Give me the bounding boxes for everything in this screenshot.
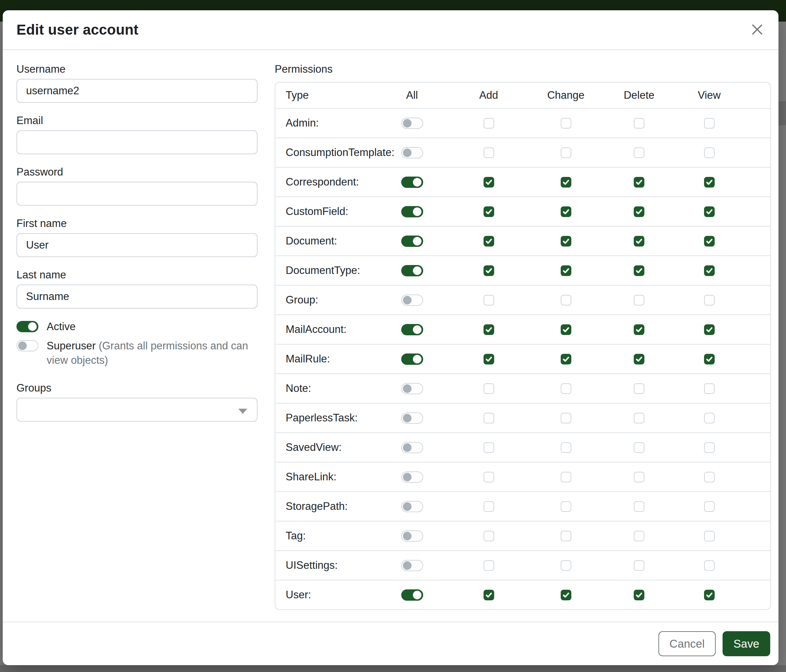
customfield-change-checkbox[interactable] — [561, 206, 571, 217]
consumptiontemplate-all-toggle[interactable] — [401, 147, 423, 159]
group-add-checkbox[interactable] — [484, 295, 494, 306]
mailrule-delete-checkbox[interactable] — [634, 354, 645, 364]
password-input[interactable] — [16, 182, 258, 206]
mailrule-all-toggle[interactable] — [401, 353, 423, 365]
note-view-checkbox[interactable] — [704, 383, 715, 394]
paperlesstask-view-checkbox[interactable] — [704, 413, 715, 424]
consumptiontemplate-view-checkbox[interactable] — [704, 148, 715, 158]
uisettings-add-checkbox[interactable] — [484, 560, 494, 571]
storagepath-add-checkbox[interactable] — [484, 501, 494, 512]
superuser-toggle[interactable] — [16, 340, 38, 352]
mailaccount-view-checkbox[interactable] — [704, 324, 715, 335]
chevron-down-icon — [238, 409, 247, 414]
document-add-checkbox[interactable] — [484, 236, 494, 247]
group-change-checkbox[interactable] — [561, 295, 571, 306]
tag-add-checkbox[interactable] — [484, 531, 494, 542]
note-delete-checkbox[interactable] — [634, 383, 645, 394]
documenttype-view-checkbox[interactable] — [704, 265, 715, 276]
group-view-checkbox[interactable] — [704, 295, 715, 306]
customfield-all-toggle[interactable] — [401, 206, 423, 217]
group-delete-checkbox[interactable] — [634, 295, 645, 306]
document-delete-checkbox[interactable] — [634, 236, 645, 247]
customfield-view-checkbox[interactable] — [704, 206, 715, 217]
sharelink-change-checkbox[interactable] — [561, 472, 571, 482]
consumptiontemplate-delete-checkbox[interactable] — [634, 148, 645, 158]
admin-all-toggle[interactable] — [401, 118, 423, 129]
close-button[interactable] — [748, 20, 767, 39]
superuser-toggle-knob — [18, 341, 27, 350]
user-delete-checkbox[interactable] — [634, 590, 645, 600]
paperlesstask-change-checkbox[interactable] — [561, 413, 571, 424]
first-name-input[interactable] — [16, 233, 258, 257]
document-change-checkbox[interactable] — [561, 236, 571, 247]
mailaccount-add-checkbox[interactable] — [484, 324, 494, 335]
correspondent-change-checkbox[interactable] — [561, 177, 571, 188]
admin-delete-checkbox[interactable] — [634, 118, 645, 129]
savedview-change-checkbox[interactable] — [561, 442, 571, 453]
paperlesstask-all-toggle[interactable] — [401, 413, 423, 424]
username-input[interactable] — [16, 79, 258, 103]
groups-select[interactable] — [16, 398, 258, 422]
correspondent-add-checkbox[interactable] — [484, 177, 494, 188]
column-header-view: View — [674, 89, 744, 102]
admin-change-checkbox[interactable] — [561, 118, 571, 129]
tag-change-checkbox[interactable] — [561, 531, 571, 542]
storagepath-change-checkbox[interactable] — [561, 501, 571, 512]
user-add-checkbox[interactable] — [484, 590, 494, 600]
paperlesstask-delete-checkbox[interactable] — [634, 413, 645, 424]
mailrule-change-checkbox[interactable] — [561, 354, 571, 364]
admin-add-checkbox[interactable] — [484, 118, 494, 129]
documenttype-change-checkbox[interactable] — [561, 265, 571, 276]
last-name-input[interactable] — [16, 284, 258, 309]
documenttype-all-toggle[interactable] — [401, 265, 423, 276]
document-all-toggle[interactable] — [401, 236, 423, 247]
mailaccount-delete-checkbox[interactable] — [634, 324, 645, 335]
document-view-checkbox[interactable] — [704, 236, 715, 247]
note-add-checkbox[interactable] — [484, 383, 494, 394]
mailaccount-all-toggle[interactable] — [401, 324, 423, 335]
active-toggle[interactable] — [16, 321, 38, 332]
paperlesstask-add-checkbox[interactable] — [484, 413, 494, 424]
cancel-button[interactable]: Cancel — [659, 631, 716, 656]
note-change-checkbox[interactable] — [561, 383, 571, 394]
mailaccount-change-checkbox[interactable] — [561, 324, 571, 335]
mailrule-view-checkbox[interactable] — [704, 354, 715, 364]
storagepath-view-checkbox[interactable] — [704, 501, 715, 512]
documenttype-add-checkbox[interactable] — [484, 265, 494, 276]
sharelink-add-checkbox[interactable] — [484, 472, 494, 482]
consumptiontemplate-change-checkbox[interactable] — [561, 148, 571, 158]
uisettings-delete-checkbox[interactable] — [634, 560, 645, 571]
consumptiontemplate-add-checkbox[interactable] — [484, 148, 494, 158]
customfield-add-checkbox[interactable] — [484, 206, 494, 217]
storagepath-delete-checkbox[interactable] — [634, 501, 645, 512]
tag-view-checkbox[interactable] — [704, 531, 715, 542]
uisettings-view-checkbox[interactable] — [704, 560, 715, 571]
savedview-delete-checkbox[interactable] — [634, 442, 645, 453]
savedview-add-checkbox[interactable] — [484, 442, 494, 453]
email-input[interactable] — [16, 130, 258, 154]
admin-view-checkbox[interactable] — [704, 118, 715, 129]
savedview-all-toggle[interactable] — [401, 442, 423, 453]
tag-delete-checkbox[interactable] — [634, 531, 645, 542]
uisettings-change-checkbox[interactable] — [561, 560, 571, 571]
sharelink-delete-checkbox[interactable] — [634, 472, 645, 482]
save-button[interactable]: Save — [723, 631, 770, 656]
sharelink-view-checkbox[interactable] — [704, 472, 715, 482]
correspondent-delete-checkbox[interactable] — [634, 177, 645, 188]
customfield-delete-checkbox[interactable] — [634, 206, 645, 217]
user-view-checkbox[interactable] — [704, 590, 715, 600]
uisettings-all-toggle[interactable] — [401, 560, 423, 571]
mailrule-add-checkbox[interactable] — [484, 354, 494, 364]
user-all-toggle[interactable] — [401, 589, 423, 601]
sharelink-all-toggle[interactable] — [401, 471, 423, 483]
group-all-toggle[interactable] — [401, 295, 423, 306]
storagepath-all-toggle[interactable] — [401, 501, 423, 512]
correspondent-view-checkbox[interactable] — [704, 177, 715, 188]
documenttype-delete-checkbox[interactable] — [634, 265, 645, 276]
user-change-checkbox[interactable] — [561, 590, 571, 600]
note-all-toggle[interactable] — [401, 383, 423, 394]
tag-all-toggle[interactable] — [401, 531, 423, 542]
savedview-view-checkbox[interactable] — [704, 442, 715, 453]
correspondent-all-toggle[interactable] — [401, 177, 423, 188]
permission-type-label: Document: — [275, 235, 374, 247]
